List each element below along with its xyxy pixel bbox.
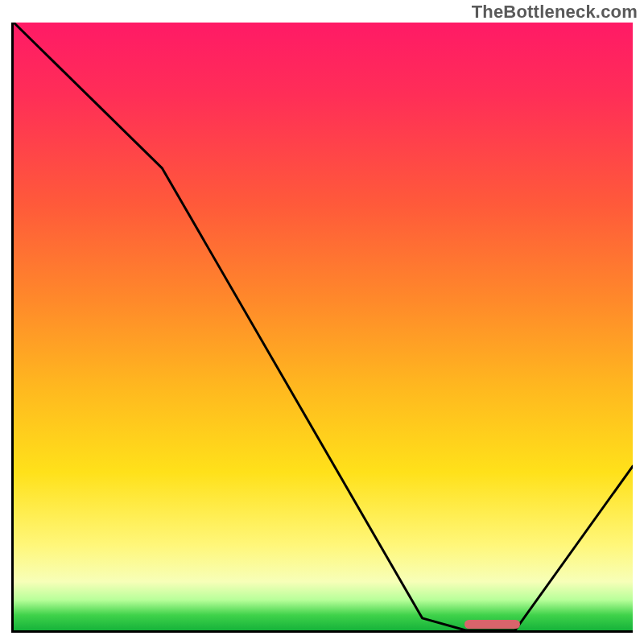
chart-stage: TheBottleneck.com: [0, 0, 644, 644]
optimal-range-marker: [464, 620, 521, 629]
plot-area: [11, 23, 633, 633]
bottleneck-curve: [14, 23, 633, 630]
watermark-text: TheBottleneck.com: [472, 2, 638, 23]
